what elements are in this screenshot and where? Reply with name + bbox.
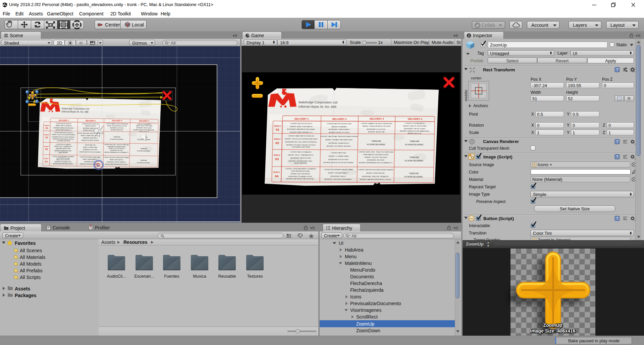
svg-text:Image Size: 406x416: Image Size: 406x416 — [530, 328, 576, 334]
svg-text:?: ? — [616, 155, 618, 159]
svg-text:?: ? — [616, 140, 618, 144]
svg-text:?: ? — [616, 68, 618, 72]
svg-text:?: ? — [616, 216, 618, 220]
svg-text:ZoomUp: ZoomUp — [543, 323, 562, 328]
svg-text:OK: OK — [470, 217, 473, 220]
